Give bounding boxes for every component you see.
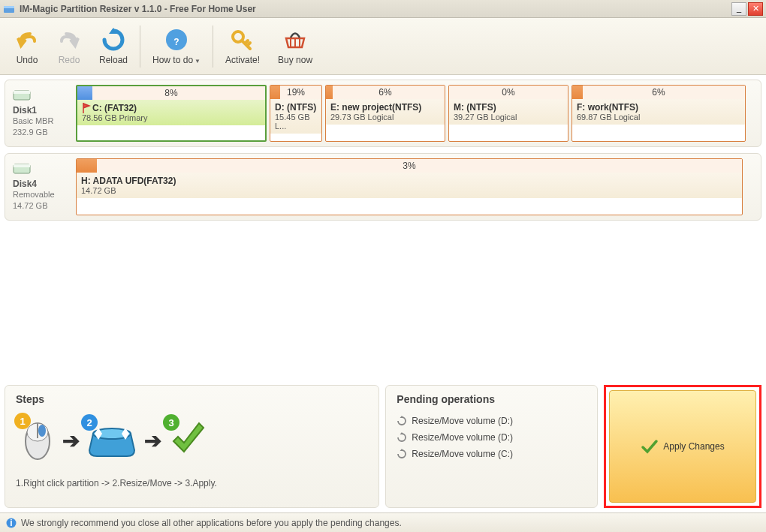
disk-row: Disk1 Basic MBR 232.9 GB 8% C: (FAT32) 7… [5, 80, 761, 147]
bottom-panels: Steps 1 ➔ 2 ➔ 3 1.Right click partition … [0, 380, 766, 512]
undo-label: Undo [17, 55, 38, 65]
partition-pct: 3% [77, 159, 742, 173]
partition-info: C: (FAT32) 78.56 GB Primary [77, 100, 265, 125]
partition-usage-bar: 6% [572, 86, 745, 99]
partition-size: 39.27 GB Logical [454, 113, 563, 122]
partition[interactable]: 19% D: (NTFS) 15.45 GB L... [270, 85, 322, 142]
reload-label: Reload [99, 55, 128, 65]
check-icon [641, 437, 659, 455]
undo-icon [15, 28, 39, 52]
operation-text: Resize/Move volume (D:) [412, 416, 513, 426]
disk-size: 14.72 GB [13, 200, 70, 212]
step-1-icon: 1 [19, 417, 56, 464]
partition-size: 15.45 GB L... [275, 113, 317, 131]
minimize-button[interactable]: _ [731, 2, 746, 16]
partition-size: 14.72 GB [81, 186, 737, 195]
partition-label: M: (NTFS) [454, 102, 563, 113]
disk-icon [13, 88, 31, 101]
partition-usage-bar: 6% [326, 86, 445, 99]
svg-text:?: ? [173, 37, 179, 47]
partition-pct: 6% [326, 86, 445, 99]
activate-label: Activate! [225, 55, 260, 65]
app-icon [3, 3, 15, 15]
title-bar: IM-Magic Partition Resizer v 1.1.0 - Fre… [0, 0, 766, 18]
basket-icon [283, 28, 307, 52]
apply-changes-button[interactable]: Apply Changes [609, 390, 756, 503]
partition-usage-bar: 19% [270, 86, 321, 99]
disk-list: Disk1 Basic MBR 232.9 GB 8% C: (FAT32) 7… [0, 75, 766, 231]
reload-icon [101, 28, 125, 52]
partition[interactable]: 6% F: work(NTFS) 69.87 GB Logical [571, 85, 746, 142]
partition-size: 29.73 GB Logical [330, 113, 440, 122]
pending-title: Pending operations [397, 393, 587, 405]
partition-label: C: (FAT32) [82, 103, 261, 113]
flag-icon [82, 103, 91, 113]
window-title: IM-Magic Partition Resizer v 1.1.0 - Fre… [20, 4, 730, 14]
howto-label: How to do [152, 55, 193, 65]
partition-usage-bar: 0% [449, 86, 568, 99]
partition-size: 78.56 GB Primary [82, 113, 261, 122]
partition-pct: 0% [449, 86, 568, 99]
step-3-icon: 3 [167, 419, 210, 463]
disk-size: 232.9 GB [13, 127, 70, 138]
close-button[interactable]: ✕ [748, 2, 763, 16]
steps-graphics: 1 ➔ 2 ➔ 3 [16, 413, 368, 469]
refresh-icon [397, 416, 407, 426]
apply-label: Apply Changes [663, 441, 724, 452]
dropdown-icon: ▼ [195, 58, 201, 65]
step-2-icon: 2 [86, 419, 138, 463]
svg-point-11 [38, 425, 46, 437]
reload-button[interactable]: Reload [90, 25, 137, 68]
info-icon: i [6, 518, 17, 528]
redo-icon [57, 28, 81, 52]
disk-icon [13, 161, 31, 175]
partition[interactable]: 3% H: ADATA UFD(FAT32) 14.72 GB [76, 158, 743, 215]
partition-info: E: new project(NTFS) 29.73 GB Logical [326, 99, 445, 125]
svg-rect-1 [4, 6, 14, 8]
howto-button[interactable]: ? How to do▼ [143, 25, 210, 68]
partition[interactable]: 8% C: (FAT32) 78.56 GB Primary [76, 85, 267, 142]
help-icon: ? [164, 28, 188, 52]
activate-button[interactable]: Activate! [216, 25, 269, 68]
partition[interactable]: 6% E: new project(NTFS) 29.73 GB Logical [325, 85, 445, 142]
disk-type: Basic MBR [13, 116, 70, 127]
partition[interactable]: 0% M: (NTFS) 39.27 GB Logical [448, 85, 568, 142]
refresh-icon [397, 449, 407, 459]
toolbar: Undo Redo Reload ? How to do▼ Activate! … [0, 18, 766, 75]
partition-label: F: work(NTFS) [577, 102, 740, 113]
partition-info: D: (NTFS) 15.45 GB L... [270, 99, 321, 134]
disk-name: Disk1 [13, 105, 70, 116]
disk-row: Disk4 Removable 14.72 GB 3% H: ADATA UFD… [5, 153, 761, 221]
partition-usage-bar: 8% [77, 86, 265, 100]
refresh-icon [397, 432, 407, 443]
toolbar-separator [140, 26, 140, 68]
partition-pct: 8% [77, 86, 265, 100]
toolbar-separator [213, 26, 213, 68]
pending-operation[interactable]: Resize/Move volume (C:) [397, 446, 587, 462]
arrow-icon: ➔ [144, 428, 161, 453]
pending-operation[interactable]: Resize/Move volume (D:) [397, 429, 587, 446]
pending-operation[interactable]: Resize/Move volume (D:) [397, 413, 587, 429]
steps-panel: Steps 1 ➔ 2 ➔ 3 1.Right click partition … [5, 385, 379, 508]
redo-button[interactable]: Redo [48, 25, 90, 68]
disk-name: Disk4 [13, 179, 70, 189]
steps-title: Steps [16, 393, 368, 405]
buynow-label: Buy now [278, 55, 312, 65]
partition-pct: 19% [270, 86, 321, 99]
status-bar: i We strongly recommend you close all ot… [0, 512, 766, 532]
buynow-button[interactable]: Buy now [269, 25, 321, 68]
partition-label: E: new project(NTFS) [330, 102, 440, 113]
partition-info: H: ADATA UFD(FAT32) 14.72 GB [77, 173, 742, 198]
operation-text: Resize/Move volume (C:) [412, 449, 513, 459]
svg-text:i: i [10, 518, 12, 528]
undo-button[interactable]: Undo [6, 25, 48, 68]
partition-info: F: work(NTFS) 69.87 GB Logical [572, 99, 745, 125]
key-icon [231, 28, 255, 52]
svg-rect-6 [14, 91, 30, 94]
arrow-icon: ➔ [62, 428, 80, 453]
disk-label: Disk4 Removable 14.72 GB [10, 158, 73, 215]
partition-pct: 6% [572, 86, 745, 99]
partition-label: H: ADATA UFD(FAT32) [81, 176, 737, 186]
partition-label: D: (NTFS) [275, 102, 317, 113]
steps-text: 1.Right click partition -> 2.Resize/Move… [16, 478, 368, 488]
